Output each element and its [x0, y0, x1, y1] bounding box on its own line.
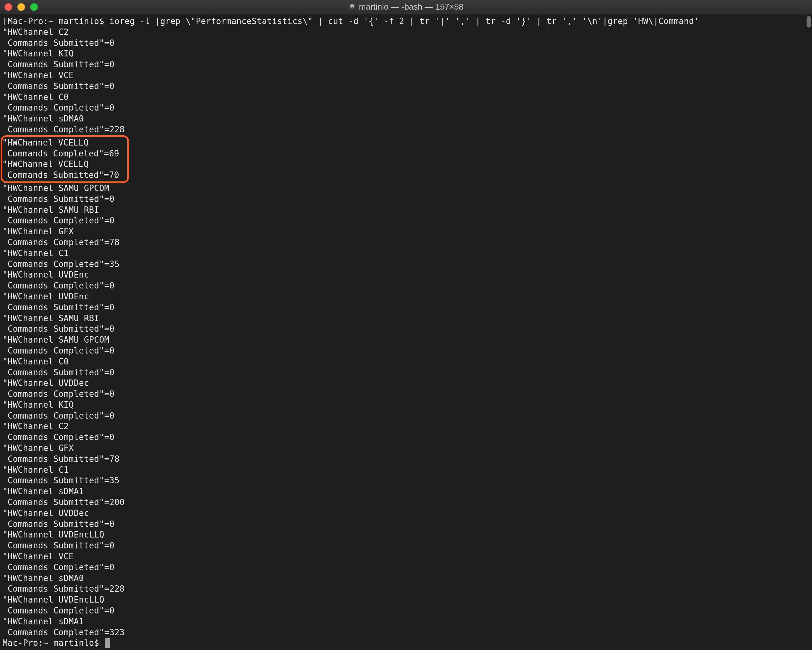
highlight-annotation: "HWChannel VCELLQ Commands Completed"=69… — [1, 135, 129, 183]
terminal-output[interactable]: [Mac-Pro:~ martinlo$ ioreg -l |grep \"Pe… — [0, 14, 812, 650]
window-title-text: martinlo — -bash — 157×58 — [359, 2, 463, 12]
terminal-line: "HWChannel C1 — [3, 248, 809, 259]
terminal-line: Commands Submitted"=0 — [3, 367, 809, 378]
terminal-line-highlighted: "HWChannel VCELLQ — [2, 137, 125, 148]
terminal-line: Commands Completed"=228 — [3, 124, 809, 135]
terminal-line: Commands Completed"=0 — [3, 215, 809, 226]
terminal-line: Commands Submitted"=0 — [3, 194, 809, 205]
terminal-line: "HWChannel sDMA0 — [3, 573, 809, 584]
terminal-line: Commands Submitted"=228 — [3, 584, 809, 595]
cursor — [105, 638, 110, 648]
terminal-line: Commands Completed"=0 — [3, 346, 809, 356]
terminal-line: "HWChannel sDMA1 — [3, 617, 809, 627]
terminal-line: Commands Completed"=323 — [3, 627, 809, 638]
terminal-line: Commands Completed"=35 — [3, 259, 809, 270]
terminal-line-highlighted: Commands Completed"=69 — [2, 148, 125, 159]
zoom-window-button[interactable] — [30, 3, 38, 11]
terminal-line: Commands Submitted"=0 — [3, 540, 809, 551]
prompt-text: Mac-Pro:~ martinlo$ — [3, 638, 104, 648]
terminal-line: "HWChannel UVDEncLLQ — [3, 530, 809, 540]
window-titlebar: martinlo — -bash — 157×58 — [0, 0, 812, 14]
terminal-line: "HWChannel C0 — [3, 356, 809, 367]
terminal-line: "HWChannel GFX — [3, 226, 809, 237]
terminal-line: Commands Submitted"=0 — [3, 302, 809, 313]
terminal-line: Commands Submitted"=0 — [3, 38, 809, 49]
terminal-line: "HWChannel KIQ — [3, 49, 809, 59]
terminal-line: "HWChannel SAMU GPCOM — [3, 335, 809, 346]
terminal-line: "HWChannel KIQ — [3, 400, 809, 411]
terminal-line: Commands Completed"=0 — [3, 411, 809, 422]
terminal-line: Commands Submitted"=200 — [3, 497, 809, 508]
terminal-line: Commands Completed"=78 — [3, 237, 809, 248]
terminal-line: "HWChannel SAMU RBI — [3, 313, 809, 324]
terminal-line: Commands Completed"=0 — [3, 280, 809, 291]
terminal-line: Commands Submitted"=0 — [3, 59, 809, 70]
terminal-line: "HWChannel sDMA0 — [3, 113, 809, 124]
terminal-line: "HWChannel GFX — [3, 443, 809, 454]
terminal-line: "HWChannel C2 — [3, 421, 809, 432]
terminal-line: "HWChannel UVDDec — [3, 508, 809, 519]
terminal-line: "HWChannel SAMU RBI — [3, 205, 809, 216]
prompt-line[interactable]: Mac-Pro:~ martinlo$ — [3, 638, 809, 649]
terminal-line: "HWChannel C1 — [3, 465, 809, 476]
terminal-line: "HWChannel VCE — [3, 551, 809, 562]
terminal-line: Commands Completed"=0 — [3, 606, 809, 617]
terminal-line: Commands Completed"=0 — [3, 562, 809, 573]
terminal-line: "HWChannel C0 — [3, 92, 809, 103]
close-window-button[interactable] — [5, 3, 12, 11]
terminal-line: "HWChannel UVDDec — [3, 378, 809, 389]
terminal-line-highlighted: "HWChannel VCELLQ — [2, 159, 125, 170]
scrollbar-track[interactable] — [807, 16, 811, 648]
prompt-line: [Mac-Pro:~ martinlo$ ioreg -l |grep \"Pe… — [3, 16, 809, 27]
terminal-line: Commands Completed"=0 — [3, 432, 809, 443]
terminal-line: Commands Submitted"=78 — [3, 454, 809, 465]
terminal-line: "HWChannel UVDEnc — [3, 291, 809, 302]
terminal-line: "HWChannel UVDEnc — [3, 269, 809, 280]
traffic-lights — [5, 3, 38, 11]
terminal-line-highlighted: Commands Submitted"=70 — [2, 170, 125, 181]
terminal-line: Commands Submitted"=0 — [3, 519, 809, 530]
scrollbar-thumb[interactable] — [807, 16, 811, 27]
terminal-line: "HWChannel VCE — [3, 70, 809, 81]
terminal-line: Commands Completed"=0 — [3, 103, 809, 113]
window-title: martinlo — -bash — 157×58 — [0, 2, 812, 12]
terminal-line: Commands Submitted"=0 — [3, 324, 809, 335]
home-icon — [349, 2, 356, 12]
terminal-line: "HWChannel UVDEncLLQ — [3, 595, 809, 606]
terminal-line: Commands Submitted"=35 — [3, 475, 809, 486]
terminal-line: "HWChannel C2 — [3, 27, 809, 38]
minimize-window-button[interactable] — [17, 3, 25, 11]
terminal-line: "HWChannel sDMA1 — [3, 486, 809, 497]
terminal-line: Commands Completed"=0 — [3, 389, 809, 400]
terminal-line: Commands Submitted"=0 — [3, 81, 809, 92]
terminal-line: "HWChannel SAMU GPCOM — [3, 183, 809, 194]
